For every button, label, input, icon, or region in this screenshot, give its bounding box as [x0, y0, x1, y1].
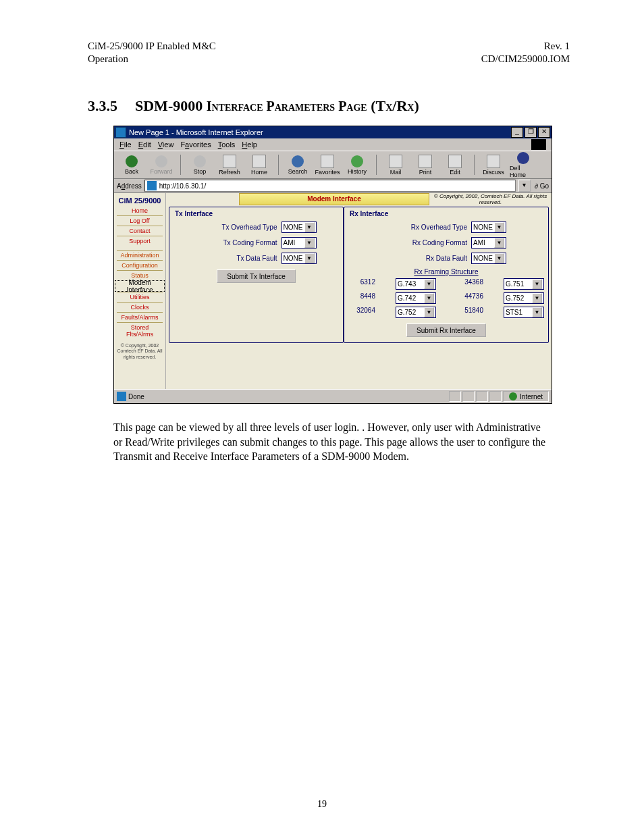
edit-button[interactable]: Edit	[441, 155, 468, 176]
rx-rate-34368: 34368	[456, 278, 483, 290]
tx-overhead-select[interactable]: NONE▼	[281, 221, 317, 233]
window-title: New Page 1 - Microsoft Internet Explorer	[129, 128, 263, 136]
rx-overhead-select[interactable]: NONE▼	[471, 221, 506, 233]
sidebar-item-stored-faults[interactable]: Stored Flts/Alrms	[117, 322, 163, 339]
hdr-left-1: CiM-25/9000 IP Enabled M&C	[88, 41, 216, 52]
menu-favorites[interactable]: Favorites	[180, 140, 211, 149]
rx-rate-8448: 8448	[348, 292, 375, 304]
sidebar-copyright: © Copyright, 2002 Comtech EF Data. All r…	[114, 343, 165, 360]
rx-rate-51840: 51840	[456, 307, 483, 318]
rx-rate-51840-select[interactable]: STS1▼	[504, 307, 544, 318]
mail-button[interactable]: Mail	[382, 155, 409, 176]
favorites-button[interactable]: Favorites	[314, 155, 341, 176]
page-copyright: © Copyright, 2002, Comtech EF Data. All …	[429, 193, 552, 205]
address-label: Address	[117, 182, 142, 190]
rx-rate-6312: 6312	[348, 278, 375, 290]
maximize-button[interactable]: ❐	[525, 127, 537, 138]
rx-datafault-label: Rx Data Fault	[386, 255, 467, 262]
status-bar: Done Internet	[114, 389, 552, 403]
print-button[interactable]: Print	[412, 155, 439, 176]
rx-framing-structure-label: Rx Framing Structure	[348, 268, 544, 276]
page-icon	[147, 181, 157, 190]
rx-title: Rx Interface	[350, 210, 544, 217]
rx-rate-6312-select[interactable]: G.743▼	[396, 278, 436, 290]
hdr-left-2: Operation	[88, 53, 128, 65]
brand-logo	[531, 139, 546, 150]
dropdown-icon: ▼	[494, 238, 504, 248]
go-button[interactable]: ∂ Go	[535, 182, 549, 190]
rx-coding-label: Rx Coding Format	[386, 239, 467, 246]
globe-icon	[509, 392, 517, 400]
back-button[interactable]: Back	[118, 155, 145, 175]
rx-coding-select[interactable]: AMI▼	[471, 237, 506, 249]
sidebar-item-contact[interactable]: Contact	[117, 226, 163, 236]
sidebar: CiM 25/9000 Home Log Off Contact Support…	[114, 193, 166, 389]
rx-interface-pane: Rx Interface Rx Overhead TypeNONE▼ Rx Co…	[344, 207, 549, 343]
tx-datafault-select[interactable]: NONE▼	[281, 253, 317, 264]
sidebar-item-configuration[interactable]: Configuration	[117, 260, 163, 270]
dropdown-icon: ▼	[304, 238, 315, 248]
window-titlebar: New Page 1 - Microsoft Internet Explorer…	[114, 126, 552, 138]
status-text: Done	[128, 393, 144, 400]
tx-coding-select[interactable]: AMI▼	[281, 237, 317, 249]
sidebar-item-home[interactable]: Home	[117, 206, 163, 215]
stop-button[interactable]: Stop	[186, 155, 213, 175]
tx-title: Tx Interface	[175, 210, 339, 217]
search-button[interactable]: Search	[284, 155, 311, 175]
rx-rate-8448-select[interactable]: G.742▼	[396, 292, 436, 304]
sidebar-item-administration[interactable]: Administration	[117, 250, 163, 260]
tx-interface-pane: Tx Interface Tx Overhead TypeNONE▼ Tx Co…	[169, 207, 344, 343]
menu-file[interactable]: File	[119, 140, 132, 149]
status-page-icon	[117, 392, 126, 401]
sidebar-item-modem-interface[interactable]: Modem Interface	[115, 280, 165, 292]
refresh-button[interactable]: Refresh	[216, 155, 243, 176]
body-paragraph: This page can be viewed by all three lev…	[113, 420, 547, 464]
address-field[interactable]: http://10.6.30.1/	[144, 180, 516, 192]
hdr-right-1: Rev. 1	[544, 41, 570, 52]
home-button[interactable]: Home	[246, 155, 273, 176]
rx-overhead-label: Rx Overhead Type	[386, 224, 467, 231]
page-number: 19	[0, 799, 644, 810]
rx-framing-grid: 6312G.743▼ 34368G.751▼ 8448G.742▼ 44736G…	[348, 278, 544, 318]
rx-rate-34368-select[interactable]: G.751▼	[504, 278, 544, 290]
rx-datafault-select[interactable]: NONE▼	[471, 253, 506, 264]
submit-tx-button[interactable]: Submit Tx Interface	[217, 269, 296, 283]
dell-home-button[interactable]: Dell Home	[510, 152, 537, 178]
tx-datafault-label: Tx Data Fault	[196, 255, 277, 262]
sidebar-item-faults[interactable]: Faults/Alarms	[117, 312, 163, 322]
sidebar-item-support[interactable]: Support	[117, 236, 163, 246]
history-button[interactable]: History	[344, 155, 371, 175]
tx-coding-label: Tx Coding Format	[196, 239, 277, 246]
rx-rate-44736: 44736	[456, 292, 483, 304]
rx-rate-32064: 32064	[348, 307, 375, 318]
rx-rate-44736-select[interactable]: G.752▼	[504, 292, 544, 304]
close-button[interactable]: ✕	[538, 127, 550, 138]
minimize-button[interactable]: _	[511, 127, 523, 138]
menu-view[interactable]: View	[158, 140, 174, 149]
sidebar-header: CiM 25/9000	[114, 194, 165, 206]
section-number: 3.3.5	[88, 97, 135, 115]
sidebar-item-logoff[interactable]: Log Off	[117, 215, 163, 226]
submit-rx-button[interactable]: Submit Rx Interface	[406, 323, 486, 337]
rx-rate-32064-select[interactable]: G.752▼	[396, 307, 436, 318]
hdr-right-2: CD/CIM259000.IOM	[481, 53, 570, 65]
discuss-button[interactable]: Discuss	[480, 155, 507, 176]
tx-overhead-label: Tx Overhead Type	[196, 224, 277, 231]
dropdown-icon: ▼	[304, 253, 315, 263]
main-area: Modem Interface © Copyright, 2002, Comte…	[166, 193, 552, 389]
security-zone: Internet	[503, 391, 549, 402]
sidebar-item-utilities[interactable]: Utilities	[117, 292, 163, 302]
dropdown-icon: ▼	[494, 222, 504, 232]
ie-icon	[115, 127, 126, 138]
dropdown-icon: ▼	[494, 253, 504, 263]
page-title: Modem Interface	[239, 193, 429, 205]
toolbar: Back Forward Stop Refresh Home Search Fa…	[114, 151, 552, 179]
sidebar-item-clocks[interactable]: Clocks	[117, 302, 163, 312]
menu-edit[interactable]: Edit	[138, 140, 151, 149]
menu-help[interactable]: Help	[242, 140, 257, 149]
menu-bar: File Edit View Favorites Tools Help	[114, 138, 552, 151]
menu-tools[interactable]: Tools	[218, 140, 236, 149]
address-dropdown[interactable]: ▾	[518, 180, 531, 192]
forward-button[interactable]: Forward	[148, 155, 175, 175]
browser-screenshot: New Page 1 - Microsoft Internet Explorer…	[113, 126, 552, 404]
